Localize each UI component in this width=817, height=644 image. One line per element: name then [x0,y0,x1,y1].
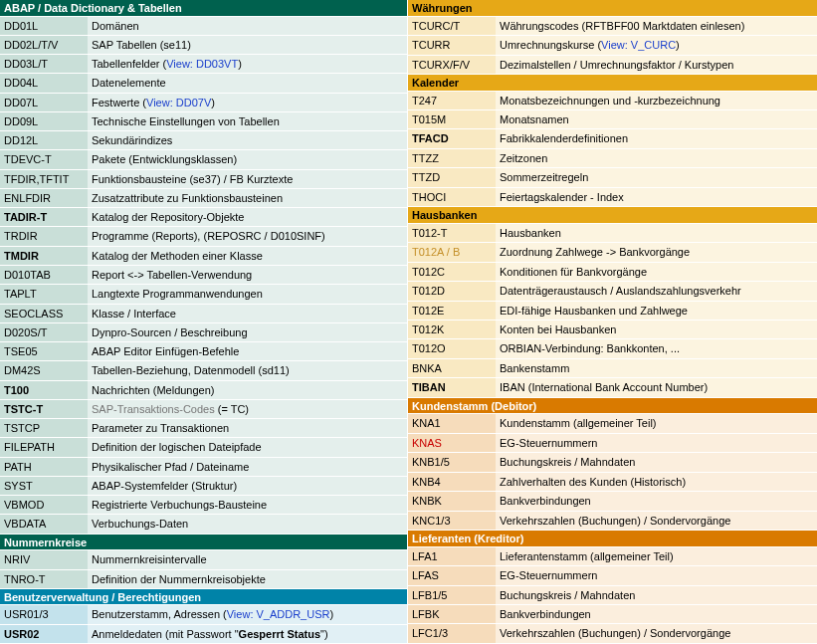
desc-cell: Datenträgeraustausch / Auslandszahlungsv… [496,282,817,300]
desc-cell: Bankverbindungen [496,492,817,510]
table-row: T012EEDI-fähige Hausbanken und Zahlwege [408,302,817,321]
desc-cell: Lieferantenstamm (allgemeiner Teil) [496,547,817,565]
code-cell: KNB1/5 [408,453,496,471]
code-cell: TAPLT [0,285,88,303]
desc-cell: ABAP Editor Einfügen-Befehle [88,342,407,360]
text-fragment: View: [227,608,257,620]
table-row: D010TABReport <-> Tabellen-Verwendung [0,266,407,285]
table-row: TSE05ABAP Editor Einfügen-Befehle [0,342,407,361]
text-fragment: Zahlverhalten des Kunden (Historisch) [500,476,686,488]
code-cell: DM42S [0,361,88,379]
text-fragment: Definition der logischen Dateipfade [92,441,262,453]
table-row: TSTCPParameter zu Transaktionen [0,419,407,438]
text-fragment: Währungscodes (RFTBFF00 Marktdaten einle… [500,20,744,32]
text-fragment: ABAP-Systemfelder (Struktur) [92,480,237,492]
code-cell: DD07L [0,94,88,111]
table-row: LFC1/3Verkehrszahlen (Buchungen) / Sonde… [408,624,817,643]
table-row: TFDIR,TFTITFunktionsbausteine (se37) / F… [0,170,407,189]
code-cell: TSTCP [0,419,88,437]
table-row: PATHPhysikalischer Pfad / Dateiname [0,458,407,477]
code-cell: SYST [0,477,88,495]
desc-cell: Kundenstamm (allgemeiner Teil) [496,414,817,432]
text-fragment: Datenträgeraustausch / Auslandszahlungsv… [500,285,741,297]
desc-cell: Buchungskreis / Mahndaten [496,453,817,471]
code-cell: LFBK [408,605,496,623]
code-cell: LFC1/3 [408,624,496,642]
text-fragment: V_ADDR_USR [257,608,330,620]
code-cell: TRDIR [0,227,88,245]
table-row: VBMODRegistrierte Verbuchungs-Bausteine [0,496,407,515]
desc-cell: Registrierte Verbuchungs-Bausteine [88,496,407,514]
code-cell: T012E [408,302,496,320]
section-header: Lieferanten (Kreditor) [408,531,817,547]
text-fragment: Anmeldedaten (mit Passwort " [92,628,239,640]
table-row: KNC1/3Verkehrszahlen (Buchungen) / Sonde… [408,512,817,531]
code-cell: DD09L [0,112,88,130]
desc-cell: Definition der Nummernkreisobjekte [88,570,407,588]
section-header: Kundenstamm (Debitor) [408,398,817,415]
desc-cell: Datenelemente [88,74,407,92]
text-fragment: Datenelemente [92,77,166,89]
code-cell: T012D [408,282,496,300]
text-fragment: Definition der Nummernkreisobjekte [92,573,266,585]
text-fragment: (= TC) [215,403,249,415]
code-cell: KNC1/3 [408,512,496,530]
desc-cell: Sommerzeitregeln [496,168,817,186]
code-cell: T012O [408,339,496,357]
code-cell: NRIV [0,550,88,568]
left-column: ABAP / Data Dictionary & TabellenDD01LDo… [0,0,408,644]
table-row: TNRO-TDefinition der Nummernkreisobjekte [0,570,407,589]
code-cell: BNKA [408,359,496,377]
desc-cell: Verkehrszahlen (Buchungen) / Sondervorgä… [496,512,817,530]
text-fragment: Verkehrszahlen (Buchungen) / Sondervorgä… [500,627,730,639]
text-fragment: Bankverbindungen [500,495,591,507]
text-fragment: Klasse / Interface [92,308,176,320]
desc-cell: EG-Steuernummern [496,566,817,584]
section-header: Kalender [408,75,817,92]
desc-cell: Tabellenfelder (View: DD03VT) [88,55,407,73]
table-row: KNASEG-Steuernummern [408,434,817,453]
desc-cell: Physikalischer Pfad / Dateiname [88,458,407,476]
text-fragment: Domänen [92,20,139,32]
code-cell: TMDIR [0,247,88,265]
desc-cell: Nachrichten (Meldungen) [88,381,407,399]
code-cell: VBDATA [0,515,88,533]
text-fragment: Technische Einstellungen von Tabellen [92,115,280,127]
desc-cell: Währungscodes (RFTBFF00 Marktdaten einle… [496,17,817,35]
desc-cell: IBAN (International Bank Account Number) [496,378,817,396]
code-cell: DD03L/T [0,55,88,73]
desc-cell: EDI-fähige Hausbanken und Zahlwege [496,302,817,320]
table-row: T015MMonatsnamen [408,110,817,129]
desc-cell: Monatsnamen [496,110,817,128]
text-fragment: Parameter zu Transaktionen [92,422,229,434]
text-fragment: Funktionsbausteine (se37) / FB Kurztexte [92,173,293,185]
table-row: T100Nachrichten (Meldungen) [0,381,407,400]
table-row: T247Monatsbezeichnungen und -kurzbezeich… [408,92,817,110]
text-fragment: Nummernkreisintervalle [92,553,207,565]
desc-cell: EG-Steuernummern [496,434,817,452]
desc-cell: SAP Tabellen (se11) [88,36,407,54]
code-cell: T012K [408,321,496,338]
desc-cell: Katalog der Methoden einer Klasse [88,247,407,265]
code-cell: D020S/T [0,323,88,341]
table-row: KNBKBankverbindungen [408,492,817,511]
table-row: TIBANIBAN (International Bank Account Nu… [408,378,817,397]
code-cell: TCURX/F/V [408,56,496,74]
desc-cell: Zusatzattribute zu Funktionsbausteinen [88,189,407,207]
code-cell: TNRO-T [0,570,88,588]
table-row: LFB1/5Buchungskreis / Mahndaten [408,586,817,605]
code-cell: T012-T [408,224,496,242]
text-fragment: ") [320,628,328,640]
table-row: SYSTABAP-Systemfelder (Struktur) [0,477,407,496]
table-row: T012CKonditionen für Bankvorgänge [408,263,817,282]
text-fragment: View: DD07V [146,97,211,108]
code-cell: SEOCLASS [0,305,88,322]
desc-cell: Zeitzonen [496,149,817,167]
table-row: LFA1Lieferantenstamm (allgemeiner Teil) [408,547,817,566]
code-cell: DD01L [0,17,88,35]
code-cell: T100 [0,381,88,399]
code-cell: THOCI [408,188,496,206]
table-row: FILEPATHDefinition der logischen Dateipf… [0,438,407,457]
text-fragment: Buchungskreis / Mahndaten [500,456,635,468]
section-header: Hausbanken [408,207,817,224]
